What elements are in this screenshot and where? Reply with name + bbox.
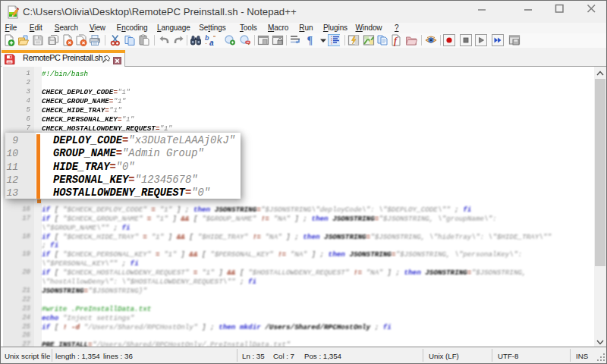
svg-text:¶: ¶ [307,35,313,46]
svg-text:a: a [209,39,214,47]
